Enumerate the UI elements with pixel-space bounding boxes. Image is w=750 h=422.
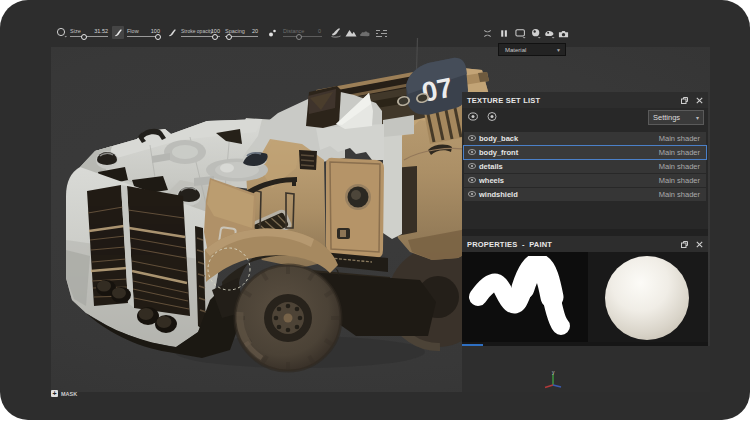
svg-text:y: y <box>552 370 555 375</box>
